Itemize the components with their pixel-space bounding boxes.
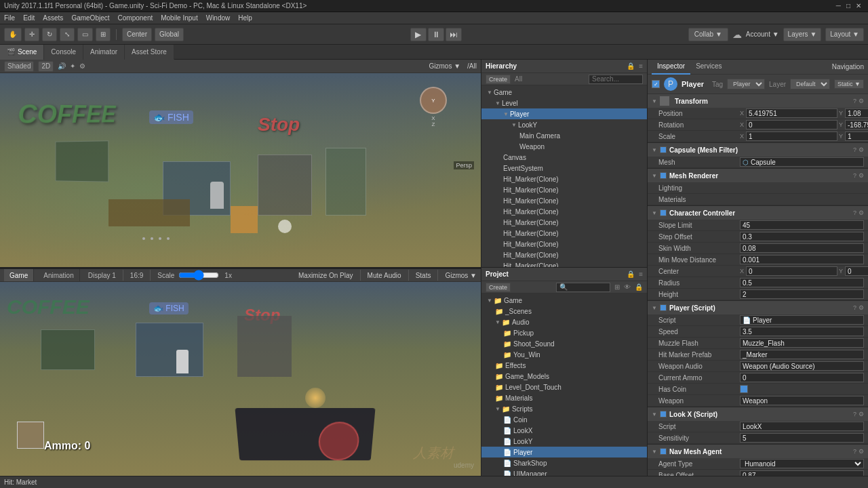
close-icon[interactable]: ✕ — [856, 2, 861, 9]
weapon-audio-field[interactable]: Weapon (Audio Source) — [740, 361, 864, 371]
scene-canvas[interactable]: COFFEE 🐟 FISH Stop Y X Z Persp — [0, 73, 481, 267]
project-search-icon[interactable]: ⊞ — [614, 283, 620, 291]
gizmos-button[interactable]: Gizmos ▼ — [429, 62, 461, 70]
player-enabled-checkbox[interactable]: ✓ — [652, 80, 660, 88]
ctrl-radius-input[interactable] — [740, 278, 864, 287]
inspector-tab[interactable]: Inspector — [652, 60, 690, 75]
menu-mobile-input[interactable]: Mobile Input — [161, 14, 197, 22]
menu-assets[interactable]: Assets — [43, 14, 63, 22]
rot-y-input[interactable] — [845, 120, 868, 129]
animation-tab[interactable]: Animation — [38, 269, 79, 281]
hierarchy-all-label[interactable]: All — [515, 75, 522, 83]
hierarchy-create-btn[interactable]: Create — [486, 75, 511, 84]
pause-button[interactable]: ⏸ — [428, 28, 444, 41]
hier-item-eventsystem[interactable]: EventSystem — [481, 163, 647, 174]
mesh-renderer-checkbox[interactable] — [660, 172, 667, 179]
tab-console[interactable]: Console — [44, 45, 83, 60]
menu-gameobject[interactable]: GameObject — [71, 14, 109, 22]
component-settings-icon[interactable]: ⚙ — [859, 98, 864, 104]
hier-item-player[interactable]: ▼ Player — [481, 108, 647, 119]
tool-custom[interactable]: ⊞ — [96, 28, 111, 41]
lookx-script-header[interactable]: ▼ Look X (Script) ? ⚙ — [648, 407, 868, 421]
char-ctrl-checkbox[interactable] — [660, 209, 667, 216]
tab-scene[interactable]: 🎬 Scene — [0, 45, 44, 60]
menu-component[interactable]: Component — [118, 14, 153, 22]
hier-hit-marker-1[interactable]: Hit_Marker(Clone) — [481, 174, 647, 184]
project-menu-icon[interactable]: ≡ — [639, 270, 643, 278]
mesh-renderer-header[interactable]: ▼ Mesh Renderer ? ⚙ — [648, 169, 868, 182]
game-gizmos[interactable]: Gizmos ▼ — [445, 272, 477, 279]
sensitivity-input[interactable] — [740, 433, 864, 443]
proj-game[interactable]: ▼ 📁 Game — [481, 295, 647, 306]
hier-hit-marker-9[interactable]: Hit_Marker(Clone) — [481, 260, 647, 267]
game-tab[interactable]: Game — [4, 269, 34, 281]
meshrenderer-help-icon[interactable]: ? — [853, 172, 856, 179]
project-tab[interactable]: Project — [486, 270, 509, 278]
project-search[interactable] — [556, 283, 610, 292]
project-create-btn[interactable]: Create — [486, 283, 511, 292]
menu-edit[interactable]: Edit — [23, 14, 35, 22]
proj-materials[interactable]: 📁 Materials — [481, 392, 647, 403]
hier-hit-marker-2[interactable]: Hit_Marker(Clone) — [481, 184, 647, 195]
proj-lookx[interactable]: 📄 LookX — [481, 425, 647, 436]
proj-coin[interactable]: 📄 Coin — [481, 414, 647, 425]
navigation-tab[interactable]: Navigation — [832, 63, 864, 70]
mesh-filter-header[interactable]: ▼ Capsule (Mesh Filter) ? ⚙ — [648, 143, 868, 157]
proj-game-models[interactable]: 📁 Game_Models — [481, 371, 647, 382]
hier-hit-marker-7[interactable]: Hit_Marker(Clone) — [481, 239, 647, 249]
tab-asset-store[interactable]: Asset Store — [125, 45, 174, 60]
center-x-input[interactable] — [746, 266, 837, 276]
lookx-help-icon[interactable]: ? — [853, 411, 856, 418]
hier-hit-marker-6[interactable]: Hit_Marker(Clone) — [481, 228, 647, 239]
hier-hit-marker-5[interactable]: Hit_Marker(Clone) — [481, 217, 647, 228]
shaded-button[interactable]: Shaded — [4, 61, 34, 72]
transform-header[interactable]: ▼ Transform ? ⚙ — [648, 94, 868, 108]
proj-audio[interactable]: ▼ 📁 Audio — [481, 317, 647, 327]
pos-x-input[interactable] — [746, 108, 837, 118]
player-name-label[interactable]: Player — [682, 80, 708, 88]
menu-file[interactable]: File — [4, 14, 15, 22]
hier-item-canvas[interactable]: Canvas — [481, 152, 647, 163]
scene-settings-icon[interactable]: ⚙ — [79, 62, 85, 70]
meshfilter-help-icon[interactable]: ? — [853, 146, 856, 153]
2d-button[interactable]: 2D — [38, 61, 54, 72]
mute-audio[interactable]: Mute Audio — [368, 272, 401, 279]
hier-hit-marker-3[interactable]: Hit_Marker(Clone) — [481, 195, 647, 206]
lookx-checkbox[interactable] — [660, 411, 667, 418]
menu-window[interactable]: Window — [206, 14, 231, 22]
rot-x-input[interactable] — [746, 120, 837, 129]
slope-limit-input[interactable] — [740, 220, 864, 230]
hier-item-weapon[interactable]: Weapon — [481, 141, 647, 152]
charctrl-settings-icon[interactable]: ⚙ — [859, 209, 864, 216]
step-button[interactable]: ⏭ — [446, 28, 462, 41]
base-offset-input[interactable] — [740, 470, 864, 476]
display-label[interactable]: Display 1 — [88, 272, 116, 279]
script-field[interactable]: 📄 Player — [740, 315, 864, 325]
hier-item-main-camera[interactable]: Main Camera — [481, 130, 647, 141]
mesh-filter-checkbox[interactable] — [660, 146, 667, 153]
mesh-field[interactable]: ⬡ Capsule — [740, 157, 864, 167]
center-y-input[interactable] — [845, 266, 868, 276]
nav-mesh-agent-header[interactable]: ▼ Nav Mesh Agent ? ⚙ — [648, 445, 868, 458]
navagent-help-icon[interactable]: ? — [853, 448, 856, 455]
playerscript-settings-icon[interactable]: ⚙ — [859, 304, 864, 311]
proj-level-dont-touch[interactable]: 📁 Level_Dont_Touch — [481, 382, 647, 392]
hierarchy-search[interactable] — [589, 75, 643, 84]
meshfilter-settings-icon[interactable]: ⚙ — [859, 146, 864, 153]
meshrenderer-settings-icon[interactable]: ⚙ — [859, 172, 864, 179]
play-button[interactable]: ▶ — [410, 28, 427, 41]
proj-sharkshop[interactable]: 📄 SharkShop — [481, 458, 647, 468]
component-help-icon[interactable]: ? — [853, 98, 856, 104]
hier-item-level[interactable]: ▼ Level — [481, 98, 647, 108]
character-controller-header[interactable]: ▼ Character Controller ? ⚙ — [648, 206, 868, 220]
player-layer-select[interactable]: Default — [790, 79, 830, 89]
layers-button[interactable]: Layers ▼ — [783, 28, 822, 41]
collab-button[interactable]: Collab ▼ — [688, 28, 728, 41]
player-script-checkbox[interactable] — [660, 304, 667, 311]
scale-x-input[interactable] — [746, 131, 837, 141]
hier-item-looky[interactable]: ▼ LookY — [481, 119, 647, 130]
charctrl-help-icon[interactable]: ? — [853, 209, 856, 216]
pos-y-input[interactable] — [845, 108, 868, 118]
player-tag-select[interactable]: Player — [727, 79, 765, 89]
audio-icon[interactable]: 🔊 — [58, 62, 66, 70]
